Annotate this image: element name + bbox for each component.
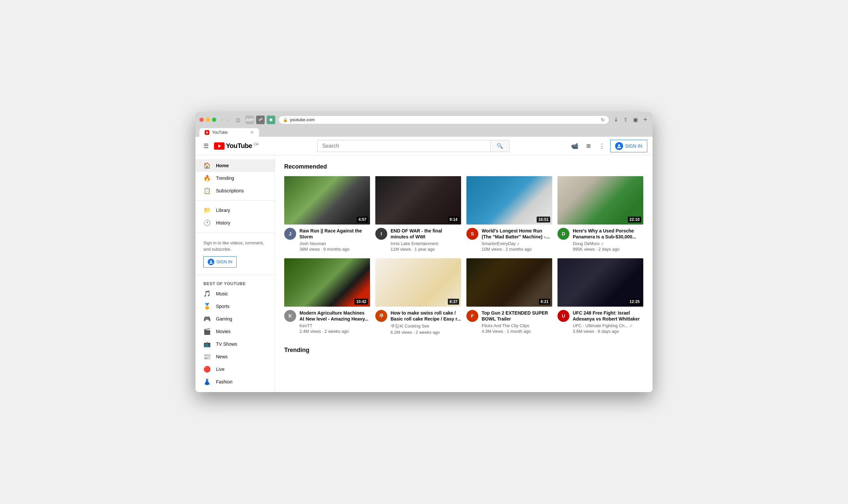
active-tab[interactable]: YouTube ✕ — [199, 128, 259, 137]
tab-grid-button[interactable]: ▣ — [632, 116, 639, 124]
sidebar-item-news[interactable]: 📰 News — [195, 350, 275, 363]
forward-button[interactable]: › — [226, 116, 231, 123]
search-container: 🔍 — [272, 140, 555, 152]
sidebar-item-home[interactable]: 🏠 Home — [195, 159, 275, 172]
back-button[interactable]: ‹ — [219, 116, 225, 123]
sidebar-item-library[interactable]: 📁 Library — [195, 204, 275, 217]
search-button[interactable]: 🔍 — [490, 140, 509, 152]
channel-avatar[interactable]: 쿠 — [375, 310, 387, 322]
share-button[interactable]: ⇧ — [622, 116, 629, 124]
video-channel-name[interactable]: Doug DeMuro ✓ — [573, 241, 643, 246]
analytics-extension[interactable]: ☍ — [256, 115, 265, 124]
sidebar-item-subscriptions[interactable]: 📋 Subscriptions — [195, 184, 275, 197]
best-of-youtube-title: BEST OF YOUTUBE — [195, 278, 275, 287]
menu-button[interactable]: ☰ — [201, 140, 211, 152]
video-card[interactable]: 16:51 S World's Longest Home Run (The "M… — [466, 176, 552, 252]
video-channel-name[interactable]: SmarterEveryDay ✓ — [482, 241, 552, 246]
sidebar-item-gaming[interactable]: 🎮 Gaming — [195, 312, 275, 325]
video-card[interactable]: 12:25 U UFC 248 Free Fight: Israel Adesa… — [558, 258, 643, 335]
youtube-logo-text: YouTube — [226, 142, 252, 150]
sidebar-item-sports[interactable]: 🏅 Sports — [195, 300, 275, 312]
sidebar-item-history[interactable]: 🕐 History — [195, 217, 275, 229]
video-thumbnail[interactable]: 6:21 — [466, 258, 552, 307]
sidebar-item-trending[interactable]: 🔥 Trending — [195, 172, 275, 184]
search-input[interactable] — [318, 140, 490, 152]
verified-icon: ✓ — [629, 324, 632, 328]
sidebar-divider-2 — [195, 232, 275, 233]
other-extension[interactable]: ◉ — [267, 115, 275, 124]
trending-section: Trending — [284, 347, 643, 354]
minimize-traffic-light[interactable] — [206, 118, 210, 122]
new-tab-button[interactable]: + — [642, 115, 649, 124]
video-thumbnail[interactable]: 16:51 — [466, 176, 552, 224]
video-title[interactable]: Raw Run || Race Against the Storm — [299, 228, 370, 240]
verified-icon: ✓ — [601, 242, 604, 246]
video-card[interactable]: 10:42 K Modern Agriculture Machines At N… — [284, 258, 370, 335]
sidebar-toggle-button[interactable]: ◫ — [234, 116, 242, 123]
address-bar[interactable]: 🔒 youtube.com ↻ — [279, 115, 609, 124]
search-icon: 🔍 — [497, 143, 503, 149]
video-title[interactable]: END OF WAR - the final minutes of WWI — [391, 228, 461, 240]
video-title[interactable]: Modern Agriculture Machines At New level… — [299, 310, 370, 322]
sidebar-sign-in-button[interactable]: SIGN IN — [204, 256, 236, 268]
sports-icon: 🏅 — [204, 303, 210, 310]
video-channel-name[interactable]: UFC - Ultimate Fighting Ch... ✓ — [573, 323, 643, 328]
video-channel-name[interactable]: Josh Neuman — [299, 241, 370, 246]
youtube-logo[interactable]: YouTube CA — [214, 142, 258, 150]
sidebar-item-music[interactable]: 🎵 Music — [195, 287, 275, 300]
channel-avatar[interactable]: D — [558, 228, 569, 240]
sidebar-item-movies[interactable]: 🎬 Movies — [195, 325, 275, 338]
video-thumbnail[interactable]: 4:57 — [284, 176, 370, 224]
subscriptions-icon: 📋 — [204, 187, 210, 194]
maximize-traffic-light[interactable] — [212, 118, 216, 122]
svg-marker-0 — [206, 131, 208, 134]
more-options-button[interactable]: ⋮ — [596, 140, 607, 152]
video-channel-name[interactable]: KenTT — [299, 323, 370, 328]
sidebar-item-live[interactable]: 🔴 Live — [195, 363, 275, 376]
channel-avatar[interactable]: I — [375, 228, 387, 240]
video-title[interactable]: Here's Why a Used Porsche Panamera Is a … — [573, 228, 643, 240]
download-button[interactable]: ⇓ — [613, 116, 619, 124]
video-thumbnail[interactable]: 10:42 — [284, 258, 370, 307]
video-meta: Top Gun 2 EXTENDED SUPER BOWL Trailer Fl… — [482, 310, 552, 334]
channel-avatar[interactable]: U — [558, 310, 569, 322]
channel-avatar[interactable]: F — [466, 310, 478, 322]
video-thumbnail[interactable]: 12:25 — [558, 258, 643, 307]
upload-button[interactable]: 📹 — [568, 140, 581, 152]
trending-icon: 🔥 — [204, 175, 210, 182]
video-info: J Raw Run || Race Against the Storm Josh… — [284, 228, 370, 252]
video-title[interactable]: How to make swiss roll cake / Basic roll… — [391, 310, 461, 322]
svg-point-2 — [618, 144, 620, 146]
sign-in-icon — [615, 142, 623, 150]
channel-avatar[interactable]: J — [284, 228, 296, 240]
youtube-app: ☰ YouTube CA 🔍 — [195, 137, 653, 392]
url-display: youtube.com — [290, 117, 599, 122]
video-title[interactable]: World's Longest Home Run (The "Mad Batte… — [482, 228, 552, 240]
svg-marker-1 — [218, 144, 221, 148]
library-icon: 📁 — [204, 206, 210, 214]
video-card[interactable]: 9:14 I END OF WAR - the final minutes of… — [375, 176, 461, 252]
adblock-extension[interactable]: ABP — [245, 115, 254, 124]
video-card[interactable]: 6:21 F Top Gun 2 EXTENDED SUPER BOWL Tra… — [466, 258, 552, 335]
video-title[interactable]: Top Gun 2 EXTENDED SUPER BOWL Trailer — [482, 310, 552, 322]
sidebar-item-tv-shows[interactable]: 📺 TV Shows — [195, 338, 275, 350]
video-card[interactable]: 8:37 쿠 How to make swiss roll cake / Bas… — [375, 258, 461, 335]
video-channel-name[interactable]: Innis Lake Entertainment — [391, 241, 461, 246]
video-card[interactable]: 4:57 J Raw Run || Race Against the Storm… — [284, 176, 370, 252]
reload-icon[interactable]: ↻ — [601, 117, 605, 123]
video-stats: 38M views · 9 months ago — [299, 247, 370, 252]
video-thumbnail[interactable]: 9:14 — [375, 176, 461, 224]
video-thumbnail[interactable]: 22:10 — [558, 176, 643, 224]
video-channel-name[interactable]: 쿠킹씨 Cooking See — [391, 323, 461, 329]
channel-avatar[interactable]: K — [284, 310, 296, 322]
video-card[interactable]: 22:10 D Here's Why a Used Porsche Paname… — [558, 176, 643, 252]
video-channel-name[interactable]: Flicks And The City Clips — [482, 323, 552, 328]
channel-avatar[interactable]: S — [466, 228, 478, 240]
sidebar-item-fashion[interactable]: 👗 Fashion — [195, 376, 275, 388]
sign-in-button[interactable]: SIGN IN — [610, 140, 647, 152]
close-traffic-light[interactable] — [199, 118, 204, 122]
video-thumbnail[interactable]: 8:37 — [375, 258, 461, 307]
apps-button[interactable]: ⊞ — [584, 140, 594, 151]
tab-close-button[interactable]: ✕ — [250, 130, 254, 135]
video-title[interactable]: UFC 248 Free Fight: Israel Adesanya vs R… — [573, 310, 643, 322]
